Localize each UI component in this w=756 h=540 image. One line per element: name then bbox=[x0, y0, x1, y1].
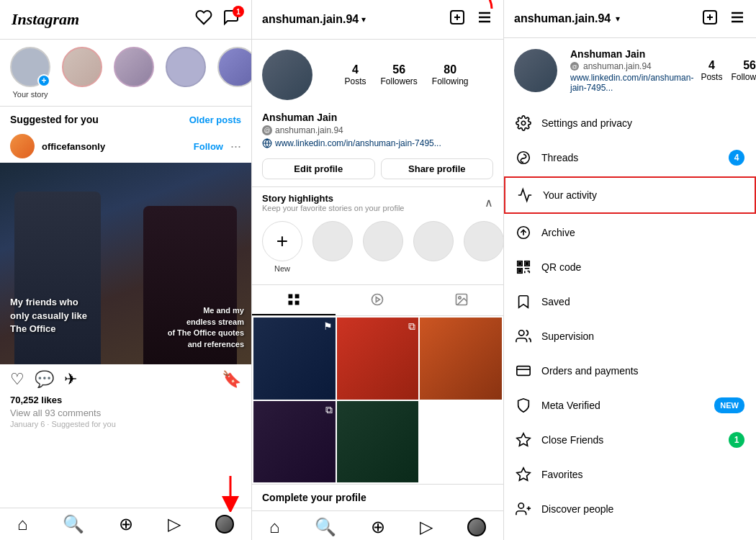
post-likes: 70,252 likes bbox=[0, 395, 251, 407]
post-comments[interactable]: View all 93 comments bbox=[0, 407, 251, 419]
menu-item-friends[interactable]: Close Friends 1 bbox=[504, 423, 756, 457]
profile-nav-home[interactable]: ⌂ bbox=[269, 517, 280, 537]
menu-item-threads[interactable]: Threads 4 bbox=[504, 140, 756, 175]
save-icon[interactable]: 🔖 bbox=[222, 370, 241, 389]
story-item-2[interactable] bbox=[60, 47, 104, 99]
nav-reels-icon[interactable]: ▷ bbox=[168, 514, 181, 534]
menu-item-discover[interactable]: Discover people bbox=[504, 492, 756, 526]
messages-icon[interactable]: 1 bbox=[222, 9, 240, 30]
add-highlight-icon: + bbox=[276, 230, 288, 253]
nav-home-icon[interactable]: ⌂ bbox=[17, 514, 28, 534]
add-highlight-item[interactable]: + New bbox=[262, 221, 302, 273]
your-story-item[interactable]: + Your story bbox=[9, 47, 52, 99]
photo-cell-4[interactable]: ⧉ bbox=[253, 401, 336, 483]
menu-item-saved[interactable]: Saved bbox=[504, 284, 756, 319]
menu-posts-stat[interactable]: 4 Posts bbox=[701, 59, 722, 82]
older-posts-link[interactable]: Older posts bbox=[189, 114, 241, 125]
post-action-left: ♡ 💬 ✈ bbox=[10, 370, 77, 389]
profile-chevron-icon[interactable]: ▾ bbox=[361, 14, 366, 24]
highlight-item-5[interactable] bbox=[464, 221, 504, 273]
menu-item-settings[interactable]: Settings and privacy bbox=[504, 106, 756, 140]
share-icon[interactable]: ✈ bbox=[64, 370, 77, 389]
menu-username: anshuman.jain.94 bbox=[514, 12, 611, 25]
profile-nav-reels[interactable]: ▷ bbox=[420, 517, 433, 537]
photo-cell-1[interactable]: ⚑ bbox=[253, 318, 336, 400]
photo-cell-3[interactable] bbox=[420, 318, 502, 400]
friends-icon bbox=[516, 432, 531, 448]
profile-nav-search[interactable]: 🔍 bbox=[315, 517, 336, 537]
menu-content: anshuman.jain.94 ▾ bbox=[504, 0, 756, 540]
feed-panel: Instagram 1 + Your story bbox=[0, 0, 252, 540]
story-item-4[interactable] bbox=[164, 47, 207, 99]
stories-row: + Your story bbox=[0, 40, 251, 107]
add-highlight-label: New bbox=[274, 264, 290, 273]
tab-grid[interactable] bbox=[252, 285, 336, 315]
menu-chevron-icon[interactable]: ▾ bbox=[616, 14, 620, 24]
activity-label: Your activity bbox=[543, 189, 743, 201]
highlight-item-2[interactable] bbox=[312, 221, 353, 273]
supervision-label: Supervision bbox=[541, 330, 744, 342]
orders-icon bbox=[516, 363, 531, 379]
story-item-5[interactable] bbox=[216, 47, 251, 99]
svg-rect-9 bbox=[295, 294, 300, 299]
menu-profile-link[interactable]: www.linkedin.com/in/anshuman-jain-7495..… bbox=[570, 73, 693, 93]
profile-nav-avatar[interactable] bbox=[467, 518, 486, 536]
highlight-circle-3 bbox=[363, 221, 403, 261]
heart-icon[interactable] bbox=[195, 9, 212, 30]
highlight-item-3[interactable] bbox=[363, 221, 403, 273]
svg-point-41 bbox=[518, 503, 523, 508]
menu-item-archive[interactable]: Archive bbox=[504, 215, 756, 250]
highlight-item-4[interactable] bbox=[413, 221, 454, 273]
highlights-title: Story highlights bbox=[262, 193, 405, 204]
story-avatar-2 bbox=[62, 47, 102, 87]
tab-reels[interactable] bbox=[336, 285, 419, 315]
menu-item-activity[interactable]: Your activity bbox=[504, 176, 756, 214]
menu-item-supervision[interactable]: Supervision bbox=[504, 319, 756, 354]
nav-profile-container bbox=[215, 515, 234, 534]
discover-icon bbox=[516, 501, 531, 517]
svg-marker-13 bbox=[377, 297, 380, 302]
menu-item-qr[interactable]: QR code bbox=[504, 250, 756, 284]
add-highlight-circle[interactable]: + bbox=[262, 221, 302, 261]
photo-cell-5[interactable] bbox=[337, 401, 419, 483]
tab-tagged[interactable] bbox=[420, 285, 503, 315]
instagram-logo: Instagram bbox=[12, 10, 79, 29]
menu-item-orders[interactable]: Orders and payments bbox=[504, 354, 756, 388]
following-stat[interactable]: 80 Following bbox=[432, 63, 469, 86]
posts-stat[interactable]: 4 Posts bbox=[344, 63, 366, 86]
profile-username-row: anshuman.jain.94 ▾ bbox=[262, 13, 366, 26]
highlights-header: Story highlights Keep your favorite stor… bbox=[262, 193, 493, 212]
edit-profile-button[interactable]: Edit profile bbox=[262, 158, 375, 179]
svg-rect-37 bbox=[517, 366, 530, 376]
menu-profile-info: Anshuman Jain @ anshuman.jain.94 www.lin… bbox=[564, 48, 693, 93]
profile-nav-add[interactable]: ⊕ bbox=[371, 517, 385, 537]
photo-cell-2[interactable]: ⧉ bbox=[337, 318, 419, 400]
menu-item-favorites[interactable]: Favorites bbox=[504, 457, 756, 492]
add-story-btn[interactable]: + bbox=[37, 74, 50, 87]
menu-hamburger-icon[interactable] bbox=[729, 9, 746, 29]
complete-profile-section: Complete your profile bbox=[252, 484, 503, 510]
more-options-btn[interactable]: ··· bbox=[230, 139, 241, 154]
story-item-3[interactable] bbox=[112, 47, 156, 99]
story-avatar-4 bbox=[166, 47, 206, 87]
highlights-chevron-icon[interactable]: ∧ bbox=[485, 196, 493, 210]
nav-add-icon[interactable]: ⊕ bbox=[119, 514, 133, 534]
nav-profile-avatar[interactable] bbox=[215, 515, 234, 534]
story-avatar-5 bbox=[217, 47, 251, 87]
following-label: Following bbox=[432, 76, 469, 86]
profile-add-icon[interactable] bbox=[449, 9, 466, 30]
profile-link[interactable]: www.linkedin.com/in/anshuman-jain-7495..… bbox=[262, 138, 493, 148]
orders-label: Orders and payments bbox=[541, 365, 744, 377]
follow-button[interactable]: Follow bbox=[194, 141, 223, 152]
followers-label: Followers bbox=[380, 76, 417, 86]
suggested-user-row: officefansonly Follow ··· bbox=[0, 130, 251, 163]
share-profile-button[interactable]: Share profile bbox=[381, 158, 494, 179]
svg-rect-29 bbox=[519, 263, 521, 265]
menu-followers-stat[interactable]: 56 Followers bbox=[731, 59, 756, 82]
followers-stat[interactable]: 56 Followers bbox=[380, 63, 417, 86]
menu-item-meta[interactable]: Meta Verified NEW bbox=[504, 388, 756, 423]
menu-add-icon[interactable] bbox=[701, 9, 719, 29]
nav-search-icon[interactable]: 🔍 bbox=[63, 514, 84, 534]
like-icon[interactable]: ♡ bbox=[10, 370, 24, 389]
comment-icon[interactable]: 💬 bbox=[35, 370, 54, 389]
